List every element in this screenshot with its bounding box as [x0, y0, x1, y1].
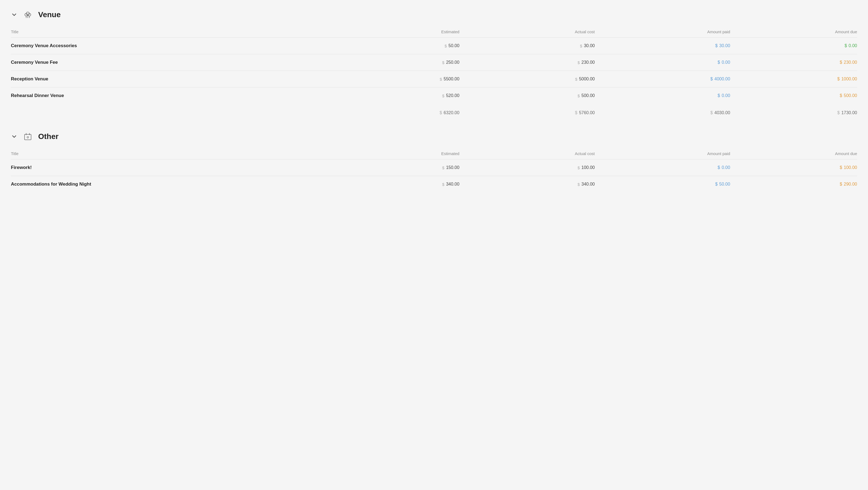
section-other: OtherTitleEstimatedActual costAmount pai… — [11, 131, 857, 192]
table-row[interactable]: Firework!$150.00$100.00$0.00$100.00 — [11, 159, 857, 176]
due-value: 230.00 — [844, 60, 857, 65]
due-amount: $500.00 — [730, 88, 857, 104]
total-due-value: 1730.00 — [841, 110, 857, 115]
column-paid: Amount paid — [595, 27, 730, 38]
item-name: Reception Venue — [11, 71, 333, 88]
actual-amount: $230.00 — [459, 54, 595, 71]
due-value: 100.00 — [844, 165, 857, 170]
dollar-sign-icon: $ — [710, 110, 713, 115]
total-due: $1730.00 — [730, 104, 857, 118]
column-actual: Actual cost — [459, 27, 595, 38]
item-name: Accommodations for Wedding Night — [11, 176, 333, 193]
dollar-sign-icon: $ — [715, 182, 717, 187]
dollar-sign-icon: $ — [439, 110, 442, 115]
estimated-value: 5500.00 — [443, 76, 459, 81]
column-title: Title — [11, 149, 333, 159]
paid-amount: $50.00 — [595, 176, 730, 193]
actual-value: 230.00 — [582, 60, 595, 65]
section-header-other: Other — [11, 131, 857, 142]
chevron-down-icon[interactable] — [11, 133, 18, 140]
due-amount: $230.00 — [730, 54, 857, 71]
due-value: 290.00 — [844, 182, 857, 187]
dollar-sign-icon: $ — [717, 165, 720, 170]
dollar-sign-icon: $ — [578, 165, 580, 170]
estimated-amount: $250.00 — [333, 54, 460, 71]
column-paid: Amount paid — [595, 149, 730, 159]
actual-amount: $500.00 — [459, 88, 595, 104]
due-amount: $1000.00 — [730, 71, 857, 88]
total-estimated: $6320.00 — [333, 104, 460, 118]
dollar-sign-icon: $ — [442, 182, 444, 187]
paid-amount: $0.00 — [595, 159, 730, 176]
paid-amount: $0.00 — [595, 54, 730, 71]
paid-value: 0.00 — [722, 60, 730, 65]
dollar-sign-icon: $ — [710, 76, 713, 81]
dollar-sign-icon: $ — [844, 43, 847, 48]
estimated-amount: $50.00 — [333, 38, 460, 54]
estimated-amount: $520.00 — [333, 88, 460, 104]
item-name: Firework! — [11, 159, 333, 176]
total-paid-value: 4030.00 — [715, 110, 730, 115]
estimated-value: 520.00 — [446, 93, 459, 98]
table-row[interactable]: Ceremony Venue Accessories$50.00$30.00$3… — [11, 38, 857, 54]
dollar-sign-icon: $ — [442, 94, 444, 98]
section-header-venue: Venue — [11, 9, 857, 21]
dollar-sign-icon: $ — [580, 43, 582, 48]
item-name: Rehearsal Dinner Venue — [11, 88, 333, 104]
paid-amount: $0.00 — [595, 88, 730, 104]
dollar-sign-icon: $ — [840, 60, 842, 65]
dollar-sign-icon: $ — [840, 93, 842, 98]
table-row[interactable]: Rehearsal Dinner Venue$520.00$500.00$0.0… — [11, 88, 857, 104]
dollar-sign-icon: $ — [442, 60, 444, 65]
table-row[interactable]: Accommodations for Wedding Night$340.00$… — [11, 176, 857, 193]
svg-rect-6 — [25, 134, 31, 140]
dollar-sign-icon: $ — [578, 94, 580, 98]
dollar-sign-icon: $ — [840, 182, 842, 187]
estimated-amount: $150.00 — [333, 159, 460, 176]
section-title: Other — [38, 132, 59, 141]
due-value: 1000.00 — [841, 76, 857, 81]
dollar-sign-icon: $ — [578, 182, 580, 187]
due-amount: $0.00 — [730, 38, 857, 54]
dollar-sign-icon: $ — [442, 165, 444, 170]
total-actual-value: 5760.00 — [579, 110, 595, 115]
dollar-sign-icon: $ — [575, 77, 578, 81]
paid-value: 50.00 — [719, 182, 730, 187]
dollar-sign-icon: $ — [840, 165, 842, 170]
dollar-sign-icon: $ — [578, 60, 580, 65]
paid-value: 4000.00 — [715, 76, 730, 81]
venue-section-icon — [22, 9, 34, 21]
dollar-sign-icon: $ — [575, 110, 578, 115]
section-venue: VenueTitleEstimatedActual costAmount pai… — [11, 9, 857, 118]
estimated-value: 340.00 — [446, 182, 459, 187]
table-row[interactable]: Ceremony Venue Fee$250.00$230.00$0.00$23… — [11, 54, 857, 71]
item-name: Ceremony Venue Accessories — [11, 38, 333, 54]
actual-value: 340.00 — [582, 182, 595, 187]
totals-row: $6320.00$5760.00$4030.00$1730.00 — [11, 104, 857, 118]
column-estimated: Estimated — [333, 27, 460, 38]
due-amount: $100.00 — [730, 159, 857, 176]
column-actual: Actual cost — [459, 149, 595, 159]
due-value: 0.00 — [849, 43, 857, 48]
due-value: 500.00 — [844, 93, 857, 98]
paid-value: 0.00 — [722, 165, 730, 170]
column-title: Title — [11, 27, 333, 38]
dollar-sign-icon: $ — [717, 93, 720, 98]
paid-amount: $30.00 — [595, 38, 730, 54]
paid-amount: $4000.00 — [595, 71, 730, 88]
other-section-icon — [22, 131, 34, 142]
actual-value: 500.00 — [582, 93, 595, 98]
estimated-value: 250.00 — [446, 60, 459, 65]
due-amount: $290.00 — [730, 176, 857, 193]
actual-amount: $30.00 — [459, 38, 595, 54]
table-row[interactable]: Reception Venue$5500.00$5000.00$4000.00$… — [11, 71, 857, 88]
chevron-down-icon[interactable] — [11, 11, 18, 18]
total-paid: $4030.00 — [595, 104, 730, 118]
item-name: Ceremony Venue Fee — [11, 54, 333, 71]
estimated-value: 150.00 — [446, 165, 459, 170]
dollar-sign-icon: $ — [715, 43, 717, 48]
budget-table-venue: TitleEstimatedActual costAmount paidAmou… — [11, 27, 857, 118]
dollar-sign-icon: $ — [837, 110, 840, 115]
estimated-value: 50.00 — [448, 43, 459, 48]
dollar-sign-icon: $ — [717, 60, 720, 65]
